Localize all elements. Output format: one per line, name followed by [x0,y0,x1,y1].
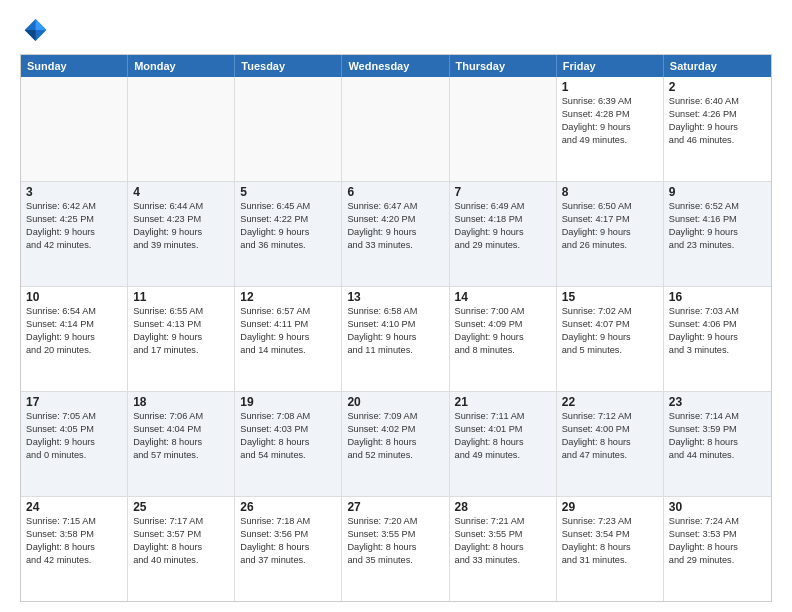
day-number: 30 [669,500,766,514]
cal-header-tuesday: Tuesday [235,55,342,77]
day-info: Sunrise: 6:54 AM Sunset: 4:14 PM Dayligh… [26,305,122,357]
day-info: Sunrise: 6:55 AM Sunset: 4:13 PM Dayligh… [133,305,229,357]
day-info: Sunrise: 6:58 AM Sunset: 4:10 PM Dayligh… [347,305,443,357]
cal-cell: 17Sunrise: 7:05 AM Sunset: 4:05 PM Dayli… [21,392,128,496]
cal-cell: 10Sunrise: 6:54 AM Sunset: 4:14 PM Dayli… [21,287,128,391]
cal-cell: 11Sunrise: 6:55 AM Sunset: 4:13 PM Dayli… [128,287,235,391]
cal-header-sunday: Sunday [21,55,128,77]
cal-cell: 18Sunrise: 7:06 AM Sunset: 4:04 PM Dayli… [128,392,235,496]
page: SundayMondayTuesdayWednesdayThursdayFrid… [0,0,792,612]
cal-week-5: 24Sunrise: 7:15 AM Sunset: 3:58 PM Dayli… [21,497,771,601]
day-number: 10 [26,290,122,304]
day-number: 15 [562,290,658,304]
cal-cell: 23Sunrise: 7:14 AM Sunset: 3:59 PM Dayli… [664,392,771,496]
cal-cell: 27Sunrise: 7:20 AM Sunset: 3:55 PM Dayli… [342,497,449,601]
cal-cell: 26Sunrise: 7:18 AM Sunset: 3:56 PM Dayli… [235,497,342,601]
day-number: 23 [669,395,766,409]
day-number: 6 [347,185,443,199]
cal-cell: 13Sunrise: 6:58 AM Sunset: 4:10 PM Dayli… [342,287,449,391]
cal-cell: 30Sunrise: 7:24 AM Sunset: 3:53 PM Dayli… [664,497,771,601]
day-info: Sunrise: 7:17 AM Sunset: 3:57 PM Dayligh… [133,515,229,567]
cal-cell: 8Sunrise: 6:50 AM Sunset: 4:17 PM Daylig… [557,182,664,286]
day-number: 9 [669,185,766,199]
cal-cell: 1Sunrise: 6:39 AM Sunset: 4:28 PM Daylig… [557,77,664,181]
day-info: Sunrise: 7:18 AM Sunset: 3:56 PM Dayligh… [240,515,336,567]
cal-week-3: 10Sunrise: 6:54 AM Sunset: 4:14 PM Dayli… [21,287,771,392]
day-number: 12 [240,290,336,304]
cal-cell: 5Sunrise: 6:45 AM Sunset: 4:22 PM Daylig… [235,182,342,286]
day-number: 18 [133,395,229,409]
day-number: 24 [26,500,122,514]
svg-marker-1 [36,19,47,30]
day-info: Sunrise: 7:20 AM Sunset: 3:55 PM Dayligh… [347,515,443,567]
day-number: 11 [133,290,229,304]
cal-cell [128,77,235,181]
day-number: 13 [347,290,443,304]
cal-cell: 22Sunrise: 7:12 AM Sunset: 4:00 PM Dayli… [557,392,664,496]
cal-cell: 12Sunrise: 6:57 AM Sunset: 4:11 PM Dayli… [235,287,342,391]
svg-marker-2 [25,30,36,41]
cal-week-4: 17Sunrise: 7:05 AM Sunset: 4:05 PM Dayli… [21,392,771,497]
day-number: 7 [455,185,551,199]
day-info: Sunrise: 6:52 AM Sunset: 4:16 PM Dayligh… [669,200,766,252]
day-number: 16 [669,290,766,304]
day-number: 21 [455,395,551,409]
cal-cell: 4Sunrise: 6:44 AM Sunset: 4:23 PM Daylig… [128,182,235,286]
cal-cell [235,77,342,181]
day-number: 1 [562,80,658,94]
cal-cell: 9Sunrise: 6:52 AM Sunset: 4:16 PM Daylig… [664,182,771,286]
day-number: 14 [455,290,551,304]
cal-cell: 15Sunrise: 7:02 AM Sunset: 4:07 PM Dayli… [557,287,664,391]
logo-icon [20,16,48,44]
day-info: Sunrise: 6:47 AM Sunset: 4:20 PM Dayligh… [347,200,443,252]
day-number: 20 [347,395,443,409]
cal-cell: 29Sunrise: 7:23 AM Sunset: 3:54 PM Dayli… [557,497,664,601]
day-number: 29 [562,500,658,514]
day-number: 28 [455,500,551,514]
day-number: 2 [669,80,766,94]
cal-header-wednesday: Wednesday [342,55,449,77]
cal-cell: 16Sunrise: 7:03 AM Sunset: 4:06 PM Dayli… [664,287,771,391]
day-info: Sunrise: 7:23 AM Sunset: 3:54 PM Dayligh… [562,515,658,567]
cal-cell: 3Sunrise: 6:42 AM Sunset: 4:25 PM Daylig… [21,182,128,286]
cal-header-friday: Friday [557,55,664,77]
cal-cell: 21Sunrise: 7:11 AM Sunset: 4:01 PM Dayli… [450,392,557,496]
day-info: Sunrise: 6:50 AM Sunset: 4:17 PM Dayligh… [562,200,658,252]
logo [20,16,52,44]
day-info: Sunrise: 6:49 AM Sunset: 4:18 PM Dayligh… [455,200,551,252]
cal-cell: 7Sunrise: 6:49 AM Sunset: 4:18 PM Daylig… [450,182,557,286]
day-number: 27 [347,500,443,514]
cal-cell [21,77,128,181]
header [20,16,772,44]
day-number: 22 [562,395,658,409]
cal-cell: 20Sunrise: 7:09 AM Sunset: 4:02 PM Dayli… [342,392,449,496]
day-info: Sunrise: 7:06 AM Sunset: 4:04 PM Dayligh… [133,410,229,462]
cal-cell: 2Sunrise: 6:40 AM Sunset: 4:26 PM Daylig… [664,77,771,181]
cal-cell [342,77,449,181]
day-info: Sunrise: 6:40 AM Sunset: 4:26 PM Dayligh… [669,95,766,147]
cal-header-saturday: Saturday [664,55,771,77]
day-info: Sunrise: 7:05 AM Sunset: 4:05 PM Dayligh… [26,410,122,462]
cal-header-monday: Monday [128,55,235,77]
day-info: Sunrise: 6:44 AM Sunset: 4:23 PM Dayligh… [133,200,229,252]
calendar: SundayMondayTuesdayWednesdayThursdayFrid… [20,54,772,602]
cal-cell [450,77,557,181]
day-number: 19 [240,395,336,409]
calendar-body: 1Sunrise: 6:39 AM Sunset: 4:28 PM Daylig… [21,77,771,601]
cal-cell: 28Sunrise: 7:21 AM Sunset: 3:55 PM Dayli… [450,497,557,601]
day-number: 3 [26,185,122,199]
day-info: Sunrise: 6:39 AM Sunset: 4:28 PM Dayligh… [562,95,658,147]
day-info: Sunrise: 6:45 AM Sunset: 4:22 PM Dayligh… [240,200,336,252]
day-info: Sunrise: 6:57 AM Sunset: 4:11 PM Dayligh… [240,305,336,357]
day-number: 4 [133,185,229,199]
cal-week-1: 1Sunrise: 6:39 AM Sunset: 4:28 PM Daylig… [21,77,771,182]
day-info: Sunrise: 7:21 AM Sunset: 3:55 PM Dayligh… [455,515,551,567]
day-info: Sunrise: 7:15 AM Sunset: 3:58 PM Dayligh… [26,515,122,567]
day-info: Sunrise: 6:42 AM Sunset: 4:25 PM Dayligh… [26,200,122,252]
day-number: 26 [240,500,336,514]
calendar-header-row: SundayMondayTuesdayWednesdayThursdayFrid… [21,55,771,77]
cal-cell: 6Sunrise: 6:47 AM Sunset: 4:20 PM Daylig… [342,182,449,286]
day-number: 8 [562,185,658,199]
day-info: Sunrise: 7:02 AM Sunset: 4:07 PM Dayligh… [562,305,658,357]
day-info: Sunrise: 7:12 AM Sunset: 4:00 PM Dayligh… [562,410,658,462]
